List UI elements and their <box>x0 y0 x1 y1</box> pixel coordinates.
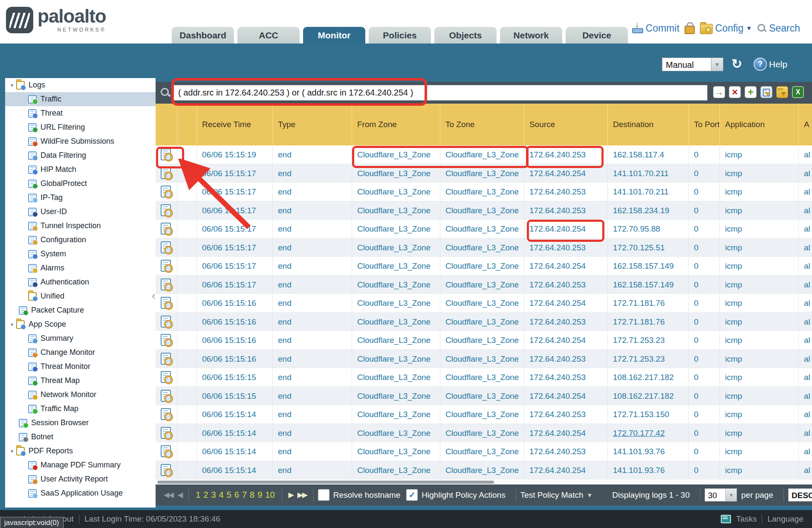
cell-destination[interactable]: 172.70.95.88 <box>607 220 688 238</box>
sidebar-item-summary[interactable]: Summary <box>5 331 156 345</box>
expander-icon[interactable]: ▼ <box>8 449 16 454</box>
cell-destination[interactable]: 141.101.93.76 <box>607 461 688 480</box>
cell-from-zone[interactable]: Cloudflare_L3_Zone <box>352 368 440 387</box>
cell-action[interactable]: al <box>798 405 812 424</box>
cell-to-port[interactable]: 0 <box>688 164 720 183</box>
cell-destination[interactable]: 141.101.70.211 <box>607 164 688 183</box>
cell-action[interactable]: al <box>798 238 812 257</box>
cell-from-zone[interactable]: Cloudflare_L3_Zone <box>352 294 440 313</box>
column-header-to-port[interactable]: To Port <box>688 104 720 145</box>
cell-to-port[interactable]: 0 <box>688 201 720 220</box>
sidebar-item-logs[interactable]: ▼Logs <box>5 78 156 92</box>
cell-source[interactable]: 172.64.240.254 <box>524 164 607 183</box>
per-page-select[interactable]: 30 ▼ <box>705 488 737 502</box>
cell-to-port[interactable]: 0 <box>688 424 720 443</box>
cell-type[interactable]: end <box>272 145 352 164</box>
cell-type[interactable]: end <box>272 387 352 406</box>
pager-last-button[interactable]: ▶▶ <box>298 490 307 499</box>
tasks-button[interactable]: Tasks <box>736 514 757 524</box>
cell-to-zone[interactable]: Cloudflare_L3_Zone <box>440 313 524 331</box>
load-filter-icon[interactable] <box>776 86 788 98</box>
sidebar-item-pdf-reports[interactable]: ▼PDF Reports <box>5 444 156 458</box>
cell-from-zone[interactable]: Cloudflare_L3_Zone <box>352 257 440 276</box>
cell-from-zone[interactable]: Cloudflare_L3_Zone <box>352 220 440 238</box>
log-detail-magnifier-icon[interactable] <box>161 297 171 309</box>
cell-to-zone[interactable]: Cloudflare_L3_Zone <box>440 238 524 257</box>
cell-receive-time[interactable]: 06/06 15:15:17 <box>196 183 272 201</box>
sidebar-item-network-monitor[interactable]: Network Monitor <box>5 388 156 402</box>
cell-action[interactable]: al <box>798 387 812 406</box>
cell-source[interactable]: 172.64.240.253 <box>524 350 607 368</box>
cell-action[interactable]: al <box>798 276 812 294</box>
sidebar-item-traffic[interactable]: Traffic <box>5 92 156 106</box>
help-icon[interactable]: ? <box>754 58 767 71</box>
cell-type[interactable]: end <box>272 276 352 294</box>
cell-from-zone[interactable]: Cloudflare_L3_Zone <box>352 331 440 350</box>
cell-to-zone[interactable]: Cloudflare_L3_Zone <box>440 276 524 294</box>
cell-from-zone[interactable]: Cloudflare_L3_Zone <box>352 424 440 443</box>
cell-type[interactable]: end <box>272 294 352 313</box>
pager-page-4[interactable]: 4 <box>219 490 224 500</box>
cell-application[interactable]: icmp <box>720 145 798 164</box>
cell-destination[interactable]: 172.71.181.76 <box>607 313 688 331</box>
log-detail-magnifier-icon[interactable] <box>161 408 171 420</box>
cell-application[interactable]: icmp <box>720 331 798 350</box>
log-detail-magnifier-icon[interactable] <box>161 167 171 179</box>
cell-type[interactable]: end <box>272 257 352 276</box>
cell-type[interactable]: end <box>272 405 352 424</box>
cell-receive-time[interactable]: 06/06 15:15:16 <box>196 331 272 350</box>
cell-action[interactable]: al <box>798 331 812 350</box>
column-header-to-zone[interactable]: To Zone <box>440 104 524 145</box>
cell-from-zone[interactable]: Cloudflare_L3_Zone <box>352 387 440 406</box>
sidebar-item-configuration[interactable]: Configuration <box>5 233 156 247</box>
cell-from-zone[interactable]: Cloudflare_L3_Zone <box>352 164 440 183</box>
cell-destination[interactable]: 162.158.157.149 <box>607 257 688 276</box>
cell-to-zone[interactable]: Cloudflare_L3_Zone <box>440 442 524 461</box>
sort-order-select[interactable]: DESC ▼ <box>788 488 812 502</box>
cell-type[interactable]: end <box>272 424 352 443</box>
cell-from-zone[interactable]: Cloudflare_L3_Zone <box>352 405 440 424</box>
sidebar-item-threat[interactable]: Threat <box>5 106 156 120</box>
cell-application[interactable]: icmp <box>720 220 798 238</box>
cell-from-zone[interactable]: Cloudflare_L3_Zone <box>352 442 440 461</box>
cell-to-port[interactable]: 0 <box>688 461 720 480</box>
cell-source[interactable]: 172.64.240.254 <box>524 331 607 350</box>
sidebar-item-saas-application-usage[interactable]: SaaS Application Usage <box>5 486 156 500</box>
sidebar-item-system[interactable]: System <box>5 247 156 261</box>
cell-source[interactable]: 172.64.240.253 <box>524 201 607 220</box>
cell-application[interactable]: icmp <box>720 276 798 294</box>
sidebar-item-traffic-map[interactable]: Traffic Map <box>5 402 156 416</box>
sidebar-item-session-browser[interactable]: Session Browser <box>5 416 156 430</box>
search-button[interactable]: Search <box>757 23 800 34</box>
pager-page-8[interactable]: 8 <box>250 490 254 500</box>
cell-type[interactable]: end <box>272 220 352 238</box>
commit-button[interactable]: Commit <box>632 23 679 34</box>
tab-network[interactable]: Network <box>500 27 562 44</box>
refresh-interval-dropdown-button[interactable]: ▼ <box>711 58 723 71</box>
cell-to-port[interactable]: 0 <box>688 442 720 461</box>
clear-filter-icon[interactable]: × <box>729 86 741 98</box>
cell-to-port[interactable]: 0 <box>688 331 720 350</box>
sidebar-item-user-id[interactable]: User-ID <box>5 205 156 219</box>
cell-destination[interactable]: 172.71.153.150 <box>607 405 688 424</box>
export-csv-icon[interactable]: X <box>792 86 804 98</box>
log-detail-magnifier-icon[interactable] <box>161 334 171 346</box>
cell-application[interactable]: icmp <box>720 257 798 276</box>
cell-receive-time[interactable]: 06/06 15:15:14 <box>196 424 272 443</box>
cell-from-zone[interactable]: Cloudflare_L3_Zone <box>352 461 440 480</box>
cell-to-port[interactable]: 0 <box>688 368 720 387</box>
tab-objects[interactable]: Objects <box>434 27 497 44</box>
cell-application[interactable]: icmp <box>720 424 798 443</box>
column-header-type[interactable]: Type <box>272 104 352 145</box>
config-menu-button[interactable]: Config ▼ <box>700 22 752 34</box>
cell-receive-time[interactable]: 06/06 15:15:16 <box>196 313 272 331</box>
tab-policies[interactable]: Policies <box>369 27 431 44</box>
cell-to-zone[interactable]: Cloudflare_L3_Zone <box>440 387 524 406</box>
pager-page-2[interactable]: 2 <box>203 490 208 500</box>
cell-to-zone[interactable]: Cloudflare_L3_Zone <box>440 164 524 183</box>
column-header-application[interactable]: Application <box>720 104 798 145</box>
cell-source[interactable]: 172.64.240.254 <box>524 387 607 406</box>
pager-page-1[interactable]: 1 <box>196 490 200 500</box>
cell-action[interactable]: al <box>798 145 812 164</box>
cell-destination[interactable]: 162.158.234.19 <box>607 201 688 220</box>
